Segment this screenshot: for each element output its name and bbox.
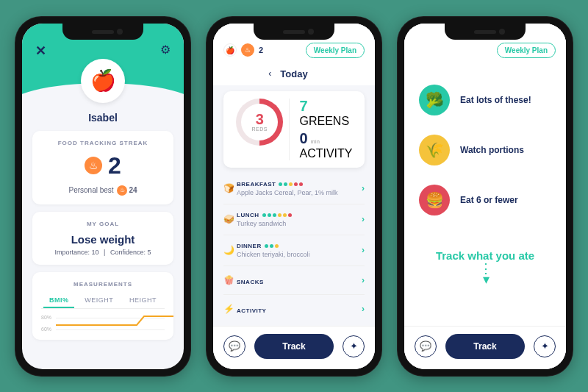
chat-button[interactable]: 💬: [415, 335, 437, 357]
fire-icon: ♨: [117, 185, 127, 196]
activity-value: 0: [300, 131, 308, 146]
streak-badge: 2: [259, 46, 263, 54]
tab-weight[interactable]: WEIGHT: [79, 293, 119, 308]
chevron-right-icon: ›: [362, 275, 365, 285]
dinner-icon: 🌙: [223, 245, 237, 255]
reds-label: REDS: [252, 126, 268, 132]
track-cta: Track what you ate: [404, 249, 566, 262]
fire-icon: ♨: [85, 157, 102, 174]
measurements-card: MEASUREMENTS BMI% WEIGHT HEIGHT 80% 60%: [32, 272, 173, 340]
junk-food-icon: 🍔: [419, 185, 450, 215]
greens-label: GREENS: [300, 115, 358, 128]
meal-dinner[interactable]: 🌙 DINNER Chicken teriyaki, broccoli ›: [223, 235, 365, 266]
user-name: Isabel: [22, 112, 184, 124]
streak-title: FOOD TRACKING STREAK: [41, 140, 165, 146]
avatar[interactable]: 🍎: [81, 59, 125, 103]
goal-section-title: MY GOAL: [41, 221, 165, 227]
streak-card: FOOD TRACKING STREAK ♨ 2 Personal best ♨…: [32, 131, 173, 204]
close-icon[interactable]: ✕: [35, 43, 46, 59]
chevron-right-icon: ›: [362, 304, 365, 314]
personal-best: Personal best ♨24: [41, 185, 165, 196]
chevron-right-icon: ›: [362, 245, 365, 255]
breakfast-icon: 🍞: [223, 183, 237, 193]
tab-height[interactable]: HEIGHT: [123, 293, 162, 308]
bottom-bar: 💬 Track ✦: [213, 326, 375, 369]
apple-icon[interactable]: 🍎: [223, 43, 237, 57]
track-button[interactable]: Track: [445, 334, 525, 359]
goal-text: Lose weight: [41, 233, 165, 246]
phone-tips: Weekly Plan 🥦 Eat lots of these! 🌾 Watch…: [397, 16, 573, 377]
reds-ring: 3 REDS: [236, 99, 283, 146]
chat-icon: 💬: [420, 341, 431, 352]
lunch-icon: 🥪: [223, 214, 237, 224]
reds-value: 3: [256, 112, 264, 126]
tip-yellow: 🌾 Watch portions: [419, 135, 551, 165]
meal-breakfast[interactable]: 🍞 BREAKFAST Apple Jacks Cereal, Pear, 1%…: [223, 174, 365, 204]
phone-profile: ✕ ⚙ 🍎 Isabel FOOD TRACKING STREAK ♨ 2 Pe…: [15, 16, 191, 377]
goal-card[interactable]: MY GOAL Lose weight Importance: 10 | Con…: [32, 212, 173, 265]
streak-value: 2: [108, 152, 121, 179]
compass-icon: ✦: [350, 341, 358, 352]
veggies-icon: 🥦: [419, 85, 450, 115]
weekly-plan-button[interactable]: Weekly Plan: [306, 43, 365, 58]
activity-icon: ⚡: [223, 304, 237, 314]
explore-button[interactable]: ✦: [343, 335, 365, 357]
chevron-right-icon: ›: [362, 183, 365, 193]
track-button[interactable]: Track: [254, 334, 334, 359]
arrow-down-icon: ⋮▾: [404, 266, 566, 288]
meal-snacks[interactable]: 🍿 SNACKS ›: [223, 266, 365, 295]
chat-icon: 💬: [229, 341, 240, 352]
meal-activity[interactable]: ⚡ ACTIVITY ›: [223, 295, 365, 323]
snacks-icon: 🍿: [223, 275, 237, 285]
greens-value: 7: [300, 99, 308, 113]
weekly-plan-button[interactable]: Weekly Plan: [497, 43, 556, 58]
tip-green: 🥦 Eat lots of these!: [419, 85, 551, 115]
fire-icon: ♨: [241, 43, 254, 57]
activity-label: ACTIVITY: [300, 147, 358, 160]
tab-bmi[interactable]: BMI%: [43, 293, 75, 308]
apple-icon: 🍎: [90, 68, 116, 93]
phone-today: 🍎 ♨ 2 Weekly Plan ‹ Today › 3 REDS: [206, 16, 382, 377]
chevron-right-icon: ›: [362, 214, 365, 224]
explore-button[interactable]: ✦: [534, 335, 556, 357]
date-label[interactable]: Today: [280, 68, 307, 79]
date-nav: ‹ Today ›: [213, 63, 375, 85]
bottom-bar: 💬 Track ✦: [404, 326, 566, 369]
bmi-chart: 80% 60%: [41, 315, 165, 337]
chat-button[interactable]: 💬: [223, 335, 245, 357]
gear-icon[interactable]: ⚙: [160, 43, 171, 59]
compass-icon: ✦: [541, 341, 549, 352]
chevron-left-icon[interactable]: ‹: [268, 68, 271, 79]
meal-lunch[interactable]: 🥪 LUNCH Turkey sandwich ›: [223, 204, 365, 235]
goal-metrics: Importance: 10 | Confidence: 5: [41, 249, 165, 256]
measurements-title: MEASUREMENTS: [41, 281, 165, 288]
summary-card: 3 REDS 7 GREENS 0 min ACTIVITY: [223, 91, 365, 168]
tip-red: 🍔 Eat 6 or fewer: [419, 185, 551, 215]
grains-icon: 🌾: [419, 135, 450, 165]
